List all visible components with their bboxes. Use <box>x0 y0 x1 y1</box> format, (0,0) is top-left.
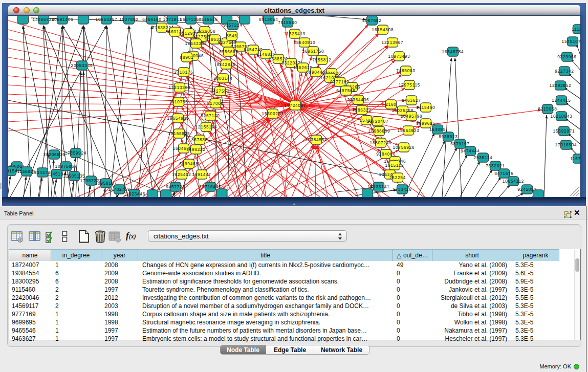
svg-text:1562615: 1562615 <box>293 65 312 70</box>
svg-text:12505135: 12505135 <box>63 174 85 179</box>
svg-text:10543382: 10543382 <box>185 41 207 46</box>
svg-text:19654985: 19654985 <box>167 116 189 121</box>
svg-text:18724007: 18724007 <box>285 103 307 108</box>
svg-text:6497568: 6497568 <box>336 89 355 93</box>
svg-text:6466160: 6466160 <box>142 17 161 22</box>
svg-text:9699695: 9699695 <box>416 121 435 126</box>
svg-text:9115460: 9115460 <box>417 105 435 110</box>
svg-text:10756928: 10756928 <box>393 145 415 150</box>
svg-text:116753: 116753 <box>570 157 580 161</box>
svg-text:10973493: 10973493 <box>388 54 410 59</box>
svg-text:23364436: 23364436 <box>347 98 369 102</box>
svg-text:8454749: 8454749 <box>244 48 263 52</box>
svg-text:9777169: 9777169 <box>330 80 349 84</box>
svg-text:18807249: 18807249 <box>370 141 392 145</box>
svg-text:7986322: 7986322 <box>352 108 371 113</box>
svg-text:7625402: 7625402 <box>172 172 191 177</box>
svg-text:252254: 252254 <box>389 176 406 180</box>
svg-text:39154: 39154 <box>8 169 17 173</box>
svg-text:8471676: 8471676 <box>494 171 513 176</box>
svg-text:16782759: 16782759 <box>108 187 130 192</box>
svg-text:10688609: 10688609 <box>368 129 390 134</box>
svg-text:16648784: 16648784 <box>442 50 464 54</box>
svg-text:11123: 11123 <box>572 27 580 32</box>
svg-text:1733426: 1733426 <box>393 187 411 192</box>
svg-text:6879197: 6879197 <box>450 142 469 146</box>
svg-text:19384554: 19384554 <box>306 138 328 142</box>
svg-text:8813054: 8813054 <box>259 17 278 22</box>
svg-text:8546: 8546 <box>226 34 237 38</box>
svg-text:18720407: 18720407 <box>367 119 389 124</box>
svg-text:16961758: 16961758 <box>302 49 324 54</box>
svg-text:164095: 164095 <box>429 127 446 132</box>
svg-text:17016504: 17016504 <box>555 143 577 147</box>
svg-text:817006: 817006 <box>207 101 224 106</box>
svg-text:2087682: 2087682 <box>362 18 381 23</box>
svg-text:7485063: 7485063 <box>396 69 415 73</box>
svg-text:9357224: 9357224 <box>223 23 242 28</box>
svg-text:9227342: 9227342 <box>555 69 574 74</box>
svg-text:1527602: 1527602 <box>119 17 138 22</box>
svg-text:15751074: 15751074 <box>562 39 580 44</box>
svg-text:1615112: 1615112 <box>385 163 404 168</box>
svg-text:16210643: 16210643 <box>551 114 573 119</box>
svg-text:8756685: 8756685 <box>219 50 238 54</box>
svg-text:9329966: 9329966 <box>557 55 576 59</box>
svg-text:20691406: 20691406 <box>52 17 74 22</box>
svg-text:7955812: 7955812 <box>312 58 331 62</box>
svg-text:11325419: 11325419 <box>284 32 306 36</box>
svg-text:1810755: 1810755 <box>169 100 188 104</box>
svg-text:2803144: 2803144 <box>213 76 232 81</box>
svg-text:12213967: 12213967 <box>382 40 404 45</box>
svg-text:19654923: 19654923 <box>398 128 420 133</box>
svg-text:10975867: 10975867 <box>55 164 77 169</box>
svg-text:1244415: 1244415 <box>552 98 571 103</box>
svg-text:17975115: 17975115 <box>399 83 420 87</box>
svg-text:16154808: 16154808 <box>372 28 394 32</box>
svg-text:10653287: 10653287 <box>96 17 118 22</box>
svg-text:9242848: 9242848 <box>216 62 235 67</box>
svg-text:8267130: 8267130 <box>201 114 220 118</box>
svg-text:8427552: 8427552 <box>210 89 229 94</box>
svg-text:15692971: 15692971 <box>553 129 575 134</box>
svg-text:9463627: 9463627 <box>402 98 421 103</box>
svg-text:16495798: 16495798 <box>401 114 423 119</box>
svg-text:7515540: 7515540 <box>278 20 297 25</box>
svg-text:1691447: 1691447 <box>192 172 211 177</box>
svg-text:12093852: 12093852 <box>550 83 572 88</box>
svg-text:7632621: 7632621 <box>486 164 505 168</box>
svg-text:2160: 2160 <box>385 102 396 107</box>
svg-text:9184067: 9184067 <box>376 152 395 157</box>
svg-text:1071911: 1071911 <box>163 17 182 22</box>
svg-text:15136141: 15136141 <box>368 185 390 189</box>
svg-text:12213363: 12213363 <box>169 85 191 90</box>
svg-text:18640910: 18640910 <box>294 40 316 45</box>
svg-text:867833: 867833 <box>191 138 208 142</box>
svg-text:7515546: 7515546 <box>199 17 217 22</box>
svg-text:10654112: 10654112 <box>503 179 524 184</box>
svg-text:20206536: 20206536 <box>43 152 66 157</box>
svg-text:11923446: 11923446 <box>124 192 145 196</box>
svg-text:17359924: 17359924 <box>65 151 87 156</box>
svg-text:6099488: 6099488 <box>179 162 198 166</box>
svg-text:19166825: 19166825 <box>168 132 190 136</box>
svg-text:98901: 98901 <box>180 55 194 60</box>
svg-text:9474444: 9474444 <box>461 149 480 154</box>
svg-text:10958107: 10958107 <box>95 181 117 186</box>
svg-text:8215958: 8215958 <box>538 107 557 112</box>
svg-text:2718176: 2718176 <box>174 70 193 75</box>
svg-text:9457721: 9457721 <box>166 185 185 189</box>
svg-text:20053346: 20053346 <box>71 63 93 68</box>
svg-text:15300273: 15300273 <box>262 112 284 116</box>
svg-text:3498222: 3498222 <box>186 147 205 152</box>
svg-text:2935114: 2935114 <box>474 156 493 160</box>
svg-text:8938923: 8938923 <box>439 135 458 139</box>
svg-text:12155104: 12155104 <box>195 125 217 129</box>
